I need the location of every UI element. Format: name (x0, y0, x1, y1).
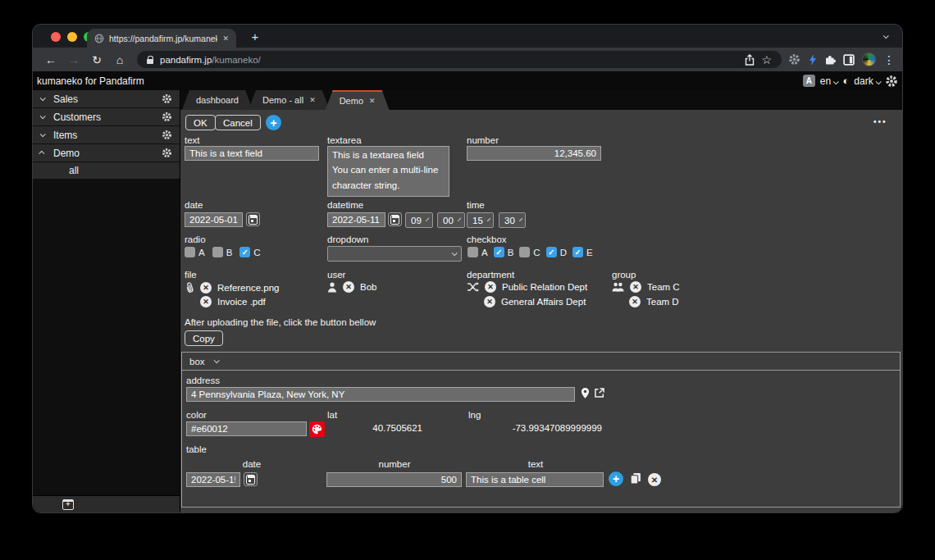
time-minute-select[interactable]: 30 (499, 212, 526, 228)
tab-search-chevron-icon[interactable] (883, 33, 889, 39)
radio-box[interactable] (185, 247, 195, 257)
app-settings-gear-icon[interactable] (885, 75, 898, 88)
radio-option-c[interactable]: C (239, 247, 260, 257)
department-name[interactable]: General Affairs Dept (501, 297, 586, 307)
new-tab-button[interactable]: + (247, 28, 263, 44)
datetime-date-input[interactable] (327, 212, 385, 227)
checkbox-option-d[interactable]: D (546, 247, 567, 257)
sidebar-item-items[interactable]: Items (33, 126, 180, 143)
datetime-minute-select[interactable]: 00 (437, 212, 465, 228)
tab-demo-all[interactable]: Demo - all ✕ (249, 90, 330, 110)
ok-button[interactable]: OK (185, 115, 216, 130)
checkbox-option-e[interactable]: E (572, 247, 593, 257)
remove-file-icon[interactable]: ✕ (200, 282, 212, 294)
collapse-chevron-icon[interactable] (213, 357, 219, 363)
sidebar-item-demo-all[interactable]: all (33, 162, 180, 179)
address-input[interactable] (186, 387, 575, 402)
remove-group-icon[interactable]: ✕ (630, 281, 641, 293)
checkbox-option-a[interactable]: A (468, 247, 488, 257)
theme-select[interactable]: dark (854, 75, 880, 87)
gear-icon[interactable] (162, 130, 172, 140)
color-picker-button[interactable] (309, 421, 325, 437)
table-add-row-button[interactable]: + (609, 471, 623, 486)
remove-file-icon[interactable]: ✕ (200, 296, 212, 307)
home-icon[interactable]: ⌂ (109, 54, 130, 66)
chevron-down-icon[interactable] (40, 113, 46, 119)
gear-icon[interactable] (162, 112, 172, 122)
tab-demo[interactable]: Demo ✕ (326, 90, 390, 110)
cancel-button[interactable]: Cancel (215, 115, 261, 130)
gear-icon[interactable] (162, 93, 172, 104)
sidebar-item-customers[interactable]: Customers (33, 108, 180, 125)
checkbox-box[interactable] (546, 247, 557, 257)
add-record-button[interactable]: + (266, 115, 281, 130)
close-window-button[interactable] (51, 32, 61, 42)
user-name[interactable]: Bob (360, 282, 376, 292)
table-text-input[interactable] (466, 472, 604, 487)
radio-box[interactable] (212, 247, 223, 257)
external-link-icon[interactable] (594, 387, 605, 398)
remove-user-icon[interactable]: ✕ (343, 281, 354, 293)
sidebar-item-demo[interactable]: Demo (33, 144, 180, 162)
chevron-down-icon[interactable] (40, 95, 46, 101)
textarea-input[interactable]: This is a textarea field You can enter a… (327, 146, 449, 197)
remove-department-icon[interactable]: ✕ (484, 296, 495, 307)
radio-option-b[interactable]: B (212, 247, 233, 257)
table-date-input[interactable] (186, 472, 240, 487)
box-header[interactable]: box (182, 353, 900, 371)
date-picker-button[interactable] (246, 212, 260, 226)
radio-option-a[interactable]: A (185, 247, 205, 257)
file-name[interactable]: Reference.png (217, 283, 279, 293)
copy-button[interactable]: Copy (185, 330, 223, 346)
checkbox-box[interactable] (519, 247, 530, 257)
browser-menu-icon[interactable]: ⋮ (883, 54, 895, 66)
tab-dashboard[interactable]: dashboard (182, 90, 253, 110)
gear-icon[interactable] (162, 148, 172, 158)
datetime-hour-select[interactable]: 09 (405, 212, 433, 228)
share-icon[interactable] (745, 54, 755, 66)
checkbox-option-b[interactable]: B (494, 247, 514, 257)
remove-group-icon[interactable]: ✕ (629, 296, 641, 307)
time-hour-select[interactable]: 15 (467, 212, 494, 228)
tab-close-icon[interactable]: ✕ (309, 96, 316, 104)
extensions-puzzle-icon[interactable] (824, 54, 836, 66)
minimize-window-button[interactable] (67, 32, 77, 42)
number-input[interactable] (467, 146, 601, 161)
checkbox-box[interactable] (572, 247, 583, 257)
add-app-icon[interactable] (62, 499, 74, 510)
department-name[interactable]: Public Relation Dept (502, 282, 587, 292)
browser-tab[interactable]: https://pandafirm.jp/kumaneko ✕ (87, 29, 236, 48)
forward-icon[interactable]: → (63, 54, 84, 66)
chevron-up-icon[interactable] (39, 151, 44, 157)
date-input[interactable] (185, 212, 243, 227)
url-bar[interactable]: pandafirm.jp/kumaneko/ ☆ (137, 51, 782, 68)
reload-icon[interactable]: ↻ (86, 54, 107, 66)
table-remove-row-icon[interactable]: ✕ (648, 473, 661, 486)
tab-close-icon[interactable]: ✕ (369, 97, 376, 105)
map-pin-icon[interactable] (581, 387, 590, 399)
browser-tab-close-icon[interactable]: ✕ (222, 34, 229, 43)
lightning-extension-icon[interactable] (808, 54, 817, 66)
text-input[interactable] (185, 146, 319, 161)
bookmark-star-icon[interactable]: ☆ (761, 54, 772, 66)
remove-department-icon[interactable]: ✕ (485, 281, 496, 293)
table-number-input[interactable] (326, 472, 462, 487)
table-date-picker-button[interactable] (244, 472, 258, 486)
checkbox-box[interactable] (494, 247, 504, 257)
dropdown-select[interactable] (327, 246, 462, 262)
language-select[interactable]: en (820, 75, 838, 87)
back-icon[interactable]: ← (40, 54, 62, 66)
extension-gear-icon[interactable] (788, 53, 800, 66)
side-panel-icon[interactable] (843, 54, 855, 66)
checkbox-box[interactable] (468, 247, 478, 257)
datetime-picker-button[interactable] (388, 212, 402, 226)
group-name[interactable]: Team C (647, 282, 680, 292)
checkbox-option-c[interactable]: C (519, 247, 540, 257)
radio-box[interactable] (239, 247, 250, 257)
chevron-down-icon[interactable] (40, 131, 46, 137)
file-name[interactable]: Invoice .pdf (217, 297, 266, 307)
sidebar-item-sales[interactable]: Sales (33, 90, 180, 107)
more-options-button[interactable]: ••• (873, 117, 887, 126)
duplicate-row-icon[interactable] (630, 472, 641, 485)
profile-avatar[interactable] (862, 52, 876, 66)
